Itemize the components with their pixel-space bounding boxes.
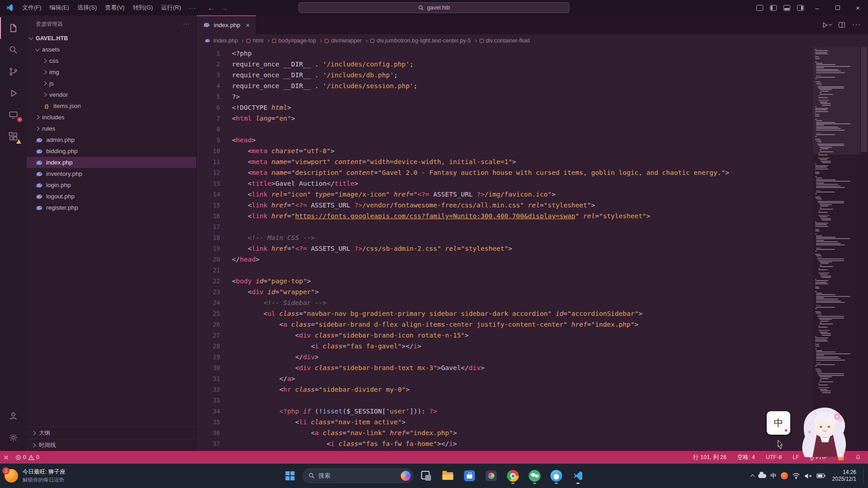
code-line[interactable]: 9<head> — [197, 135, 813, 145]
line-number[interactable]: 33 — [197, 395, 220, 406]
code-line[interactable]: 13 <title>Gavel Auction</title> — [197, 178, 813, 189]
toggle-sidebar-icon[interactable] — [766, 0, 780, 15]
sidebar-panel-timeline[interactable]: 时间线 — [27, 439, 196, 451]
file-explorer-button[interactable] — [439, 467, 457, 485]
run-file-button[interactable] — [821, 22, 831, 28]
battery-icon[interactable] — [816, 473, 826, 479]
explorer-item-rules[interactable]: rules — [27, 123, 196, 134]
clock[interactable]: 14:26 2025/12/1 — [832, 469, 856, 483]
line-number[interactable]: 21 — [197, 265, 220, 276]
code-line[interactable]: 4require_once __DIR__ . '/includes/sessi… — [197, 80, 813, 91]
code-line[interactable]: 6<!DOCTYPE html> — [197, 102, 813, 113]
line-number[interactable]: 13 — [197, 178, 220, 189]
code-line[interactable]: 37 <i class="fas fa-fw fa-home"></i> — [197, 438, 813, 449]
code-line[interactable]: 3require_once __DIR__ . '/includes/db.ph… — [197, 70, 813, 80]
menubar-item[interactable]: 转到(G) — [129, 2, 157, 14]
minimap[interactable] — [813, 47, 860, 451]
line-number[interactable]: 26 — [197, 319, 220, 330]
workspace-root[interactable]: GAVEL.HTB — [27, 33, 196, 44]
task-view-button[interactable] — [417, 467, 435, 485]
qq-button[interactable] — [547, 467, 566, 485]
account-icon[interactable] — [0, 405, 27, 427]
split-editor-icon[interactable] — [839, 22, 845, 28]
line-number[interactable]: 1 — [197, 48, 220, 59]
explorer-item-vendor[interactable]: vendor — [27, 89, 196, 100]
tray-app-icon[interactable] — [781, 472, 788, 479]
breadcrumb-item[interactable]: div.jumbotron.bg-light.text-center.py-5 — [370, 38, 471, 44]
settings-gear-icon[interactable] — [0, 427, 27, 448]
line-number[interactable]: 4 — [197, 80, 220, 91]
toggle-panel-icon[interactable] — [780, 0, 793, 15]
code-line[interactable]: 29 </div> — [197, 352, 813, 362]
menubar-item[interactable]: 查看(V) — [101, 2, 128, 14]
code-line[interactable]: 23 <div id="wrapper"> — [197, 286, 813, 297]
line-number[interactable]: 5 — [197, 91, 220, 102]
explorer-item-js[interactable]: js — [27, 78, 196, 89]
explorer-item-index-php[interactable]: index.php — [27, 157, 196, 168]
tab-index-php[interactable]: index.php × — [197, 15, 256, 34]
explorer-icon[interactable] — [0, 17, 27, 39]
code-line[interactable]: 32 <hr class="sidebar-divider my-0"> — [197, 384, 813, 395]
line-number[interactable]: 19 — [197, 243, 220, 254]
code-line[interactable]: 16 <link href="https://fonts.googleapis.… — [197, 211, 813, 221]
anime-character-image[interactable] — [795, 404, 853, 460]
cursor-position[interactable]: 行 101, 列 26 — [690, 451, 730, 464]
search-icon[interactable] — [0, 39, 27, 61]
explorer-item-register-php[interactable]: register.php — [27, 202, 196, 213]
customize-layout-icon[interactable] — [753, 0, 766, 15]
code-line[interactable]: 15 <link href="<?= ASSETS_URL ?>/vendor/… — [197, 200, 813, 211]
back-arrow-icon[interactable]: ← — [208, 4, 214, 12]
microsoft-store-button[interactable] — [461, 467, 479, 485]
explorer-item-assets[interactable]: assets — [27, 44, 196, 55]
code-line[interactable]: 26 <a class="sidebar-brand d-flex align-… — [197, 319, 813, 330]
code-line[interactable]: 27 <div class="sidebar-brand-icon rotate… — [197, 330, 813, 341]
code-line[interactable]: 10 <meta charset="utf-8"> — [197, 145, 813, 156]
breadcrumb-item[interactable]: div#wrapper — [325, 38, 362, 44]
minimap-viewport[interactable] — [813, 47, 860, 155]
menubar-item[interactable]: 文件(F) — [18, 2, 46, 14]
breadcrumb-item[interactable]: body#page-top — [272, 38, 316, 44]
code-line[interactable]: 20</head> — [197, 254, 813, 265]
code-line[interactable]: 22<body id="page-top"> — [197, 276, 813, 286]
photos-button[interactable] — [482, 467, 500, 485]
forward-arrow-icon[interactable]: → — [221, 4, 227, 12]
line-number[interactable]: 27 — [197, 330, 220, 341]
line-number[interactable]: 3 — [197, 70, 220, 80]
line-number[interactable]: 25 — [197, 308, 220, 319]
code-line[interactable]: 21 — [197, 265, 813, 276]
scrollbar-thumb[interactable] — [861, 47, 867, 152]
source-control-icon[interactable] — [0, 61, 27, 82]
line-number[interactable]: 35 — [197, 417, 220, 427]
line-number[interactable]: 20 — [197, 254, 220, 265]
line-number[interactable]: 8 — [197, 124, 220, 135]
code-line[interactable]: 14 <link rel="icon" type="image/x-icon" … — [197, 189, 813, 200]
code-line[interactable]: 12 <meta name="description" content="Gav… — [197, 167, 813, 178]
line-number[interactable]: 18 — [197, 232, 220, 243]
code-line[interactable]: 19 <link href="<?= ASSETS_URL ?>/css/sb-… — [197, 243, 813, 254]
minimize-button[interactable]: – — [807, 0, 827, 15]
menubar-item[interactable]: 运行(R) — [157, 2, 185, 14]
explorer-item-logout-php[interactable]: logout.php — [27, 191, 196, 202]
toggle-secondary-sidebar-icon[interactable] — [793, 0, 807, 15]
code-line[interactable]: 17 — [197, 221, 813, 232]
maximize-button[interactable] — [827, 0, 848, 15]
indentation-setting[interactable]: 空格: 4 — [734, 451, 758, 464]
line-number[interactable]: 10 — [197, 145, 220, 156]
start-button[interactable] — [281, 467, 299, 485]
line-number[interactable]: 36 — [197, 427, 220, 438]
run-debug-icon[interactable] — [0, 82, 27, 104]
breadcrumb-item[interactable]: index.php — [204, 37, 238, 44]
line-number[interactable]: 6 — [197, 102, 220, 113]
line-number[interactable]: 30 — [197, 362, 220, 373]
code-line[interactable]: 18 <!-- Main CSS --> — [197, 232, 813, 243]
wifi-icon[interactable] — [792, 473, 800, 479]
line-number[interactable]: 34 — [197, 406, 220, 417]
explorer-item-admin-php[interactable]: admin.php — [27, 134, 196, 145]
vscode-taskbar-button[interactable] — [569, 467, 587, 485]
line-number[interactable]: 31 — [197, 373, 220, 384]
cloud-tray-icon[interactable] — [758, 474, 766, 478]
line-number[interactable]: 15 — [197, 200, 220, 211]
line-number[interactable]: 29 — [197, 352, 220, 362]
editor-scrollbar[interactable] — [860, 47, 868, 451]
notifications-bell-icon[interactable] — [852, 451, 864, 464]
